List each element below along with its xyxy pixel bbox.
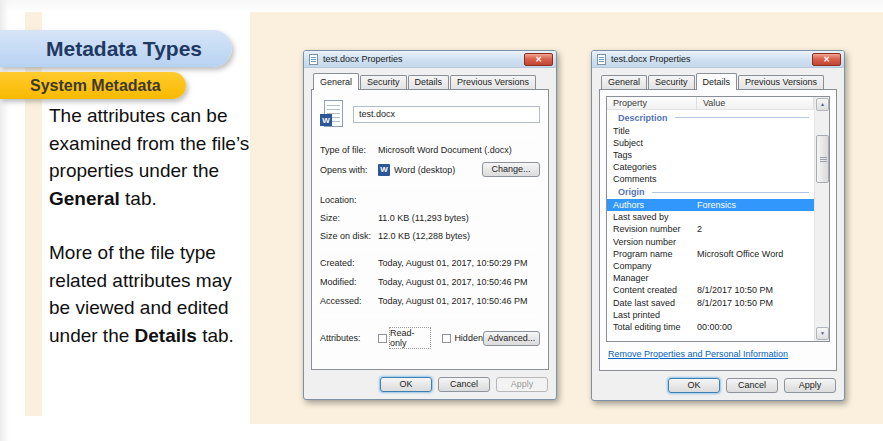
properties-dialog-details: test.docx Properties ✕ General Security … xyxy=(591,50,845,401)
close-icon[interactable]: ✕ xyxy=(812,53,841,66)
details-row[interactable]: Comments xyxy=(607,173,814,185)
body-text: The attributes can be examined from the … xyxy=(49,102,251,349)
details-row[interactable]: Subject xyxy=(607,137,814,149)
tab-details[interactable]: Details xyxy=(696,73,738,90)
properties-list: Property Value DescriptionTitleSubjectTa… xyxy=(606,96,830,342)
tab-strip: General Security Details Previous Versio… xyxy=(599,72,837,89)
change-button[interactable]: Change... xyxy=(482,162,540,177)
property-value: 00:00:00 xyxy=(697,322,814,332)
property-name: Revision number xyxy=(607,224,697,234)
opens-with-row: Opens with: W Word (desktop) Change... xyxy=(320,162,540,177)
tab-details[interactable]: Details xyxy=(408,75,450,89)
details-row[interactable]: Title xyxy=(607,125,814,137)
location-label: Location: xyxy=(320,195,378,205)
details-row[interactable]: Last saved by xyxy=(607,211,814,223)
title-bar[interactable]: test.docx Properties ✕ xyxy=(304,51,556,68)
property-name: Tags xyxy=(607,150,697,160)
tab-security[interactable]: Security xyxy=(648,75,695,89)
dialog-body: General Security Details Previous Versio… xyxy=(592,68,844,400)
accessed-row: Accessed: Today, August 01, 2017, 10:50:… xyxy=(320,296,540,306)
scroll-up-icon[interactable]: ▲ xyxy=(816,98,829,111)
property-column-header[interactable]: Property xyxy=(607,97,697,110)
property-name: Comments xyxy=(607,174,697,184)
tab-previous-versions[interactable]: Previous Versions xyxy=(450,75,536,89)
type-value: Microsoft Word Document (.docx) xyxy=(378,145,512,155)
details-row[interactable]: Content created8/1/2017 10:50 PM xyxy=(607,284,814,296)
filename-input[interactable] xyxy=(353,106,540,123)
paragraph-2: More of the file type related attributes… xyxy=(49,239,251,349)
modified-row: Modified: Today, August 01, 2017, 10:50:… xyxy=(320,277,540,287)
details-tab-page: Property Value DescriptionTitleSubjectTa… xyxy=(599,89,837,371)
property-name: Program name xyxy=(607,249,697,259)
property-value: Forensics xyxy=(697,200,814,210)
word-document-icon: W xyxy=(320,100,344,128)
ok-button[interactable]: OK xyxy=(668,378,720,393)
separator xyxy=(320,185,540,186)
section-divider xyxy=(652,192,810,193)
details-row[interactable]: Program nameMicrosoft Office Word xyxy=(607,248,814,260)
details-row[interactable]: Manager xyxy=(607,272,814,284)
details-row[interactable]: AuthorsForensics xyxy=(607,199,814,211)
separator xyxy=(320,249,540,250)
property-name: Date last saved xyxy=(607,298,697,308)
opens-value: Word (desktop) xyxy=(394,165,455,175)
section-divider xyxy=(675,117,809,118)
list-header[interactable]: Property Value xyxy=(607,97,829,110)
document-icon xyxy=(597,54,606,65)
tab-security[interactable]: Security xyxy=(360,75,407,89)
dialog-buttons: OK Cancel Apply xyxy=(599,371,837,393)
title-bar[interactable]: test.docx Properties ✕ xyxy=(592,51,844,68)
property-name: Last printed xyxy=(607,310,697,320)
advanced-button[interactable]: Advanced... xyxy=(483,331,540,346)
cancel-button[interactable]: Cancel xyxy=(726,378,778,393)
remove-properties-link[interactable]: Remove Properties and Personal Informati… xyxy=(608,349,788,359)
filename-row: W xyxy=(320,100,540,128)
details-row[interactable]: Revision number2 xyxy=(607,223,814,235)
section-label: Origin xyxy=(618,187,645,197)
p2-bold: Details xyxy=(135,325,197,346)
hidden-checkbox[interactable] xyxy=(442,334,451,343)
subtitle-banner: System Metadata xyxy=(0,72,186,99)
separator xyxy=(320,315,540,316)
size-row: Size: 11.0 KB (11,293 bytes) xyxy=(320,213,540,223)
tab-previous-versions[interactable]: Previous Versions xyxy=(738,75,824,89)
p2-tail: tab. xyxy=(197,325,234,346)
apply-button[interactable]: Apply xyxy=(784,378,836,393)
scroll-down-icon[interactable]: ▼ xyxy=(816,327,829,340)
modified-label: Modified: xyxy=(320,277,378,287)
word-badge-icon: W xyxy=(320,114,332,126)
details-row[interactable]: Date last saved8/1/2017 10:50 PM xyxy=(607,296,814,308)
close-icon[interactable]: ✕ xyxy=(524,53,553,66)
ok-button[interactable]: OK xyxy=(380,377,432,392)
details-row[interactable]: Company xyxy=(607,260,814,272)
details-row[interactable]: Last printed xyxy=(607,309,814,321)
created-label: Created: xyxy=(320,258,378,268)
type-label: Type of file: xyxy=(320,145,378,155)
created-row: Created: Today, August 01, 2017, 10:50:2… xyxy=(320,258,540,268)
type-of-file-row: Type of file: Microsoft Word Document (.… xyxy=(320,145,540,155)
size-disk-value: 12.0 KB (12,288 bytes) xyxy=(378,231,470,241)
details-row[interactable]: Version number xyxy=(607,236,814,248)
property-value: 8/1/2017 10:50 PM xyxy=(697,285,814,295)
readonly-checkbox[interactable] xyxy=(378,334,387,343)
slide-subtitle: System Metadata xyxy=(30,77,161,95)
details-row[interactable]: Tags xyxy=(607,149,814,161)
document-icon xyxy=(309,54,318,65)
p1-tail: tab. xyxy=(120,188,157,209)
scrollbar[interactable]: ▲ ▼ xyxy=(814,97,829,341)
cancel-button[interactable]: Cancel xyxy=(438,377,490,392)
value-column-header[interactable]: Value xyxy=(697,97,814,110)
details-section-origin: Origin xyxy=(607,185,814,199)
size-disk-label: Size on disk: xyxy=(320,231,378,241)
tab-general[interactable]: General xyxy=(313,73,359,90)
property-name: Company xyxy=(607,261,697,271)
general-tab-page: W Type of file: Microsoft Word Document … xyxy=(311,89,549,370)
slide-title: Metadata Types xyxy=(46,37,202,61)
property-name: Content created xyxy=(607,285,697,295)
details-row[interactable]: Total editing time00:00:00 xyxy=(607,321,814,333)
scrollbar-thumb[interactable] xyxy=(816,135,829,183)
details-row[interactable]: Categories xyxy=(607,161,814,173)
tab-general[interactable]: General xyxy=(601,75,647,89)
apply-button[interactable]: Apply xyxy=(496,377,548,392)
window-title: test.docx Properties xyxy=(323,54,403,64)
